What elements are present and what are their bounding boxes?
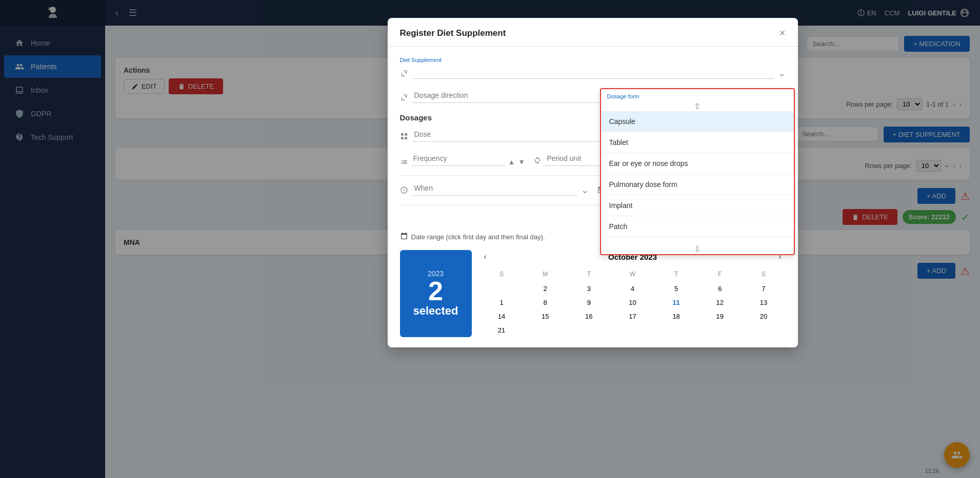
cal-header-s2: S	[742, 268, 785, 282]
dosage-direction-icon	[400, 93, 408, 103]
dropdown-scroll-up[interactable]: ⇧	[601, 101, 794, 111]
when-icon	[400, 186, 408, 196]
modal-close-button[interactable]: ×	[779, 27, 786, 39]
period-unit-icon	[533, 156, 542, 166]
modal-header: Register Diet Supplement ×	[388, 18, 798, 47]
date-section: 2023 2 selected ‹ October 2023 › S M T	[400, 250, 786, 337]
dropdown-item-tablet[interactable]: Tablet	[601, 132, 794, 153]
date-range-text: Date range (click first day and then fin…	[411, 233, 545, 241]
dropdown-item-capsule[interactable]: Capsule	[601, 111, 794, 132]
supplement-prefix-icon	[400, 69, 408, 79]
diet-supplement-field: Diet Supplement Vitamin C supplement ⌄	[400, 57, 786, 79]
svg-rect-5	[405, 137, 407, 139]
date-selected-box: 2023 2 selected	[400, 250, 472, 337]
cal-header-m: M	[524, 268, 567, 282]
cal-day-4[interactable]: 4	[611, 282, 654, 296]
cal-day-9[interactable]: 9	[567, 296, 611, 309]
cal-day-19[interactable]: 19	[698, 309, 742, 323]
cal-day-13[interactable]: 13	[742, 296, 785, 309]
frequency-input[interactable]	[411, 151, 505, 166]
cal-day-10[interactable]: 10	[611, 296, 654, 309]
calendar-prev-button[interactable]: ‹	[480, 250, 491, 263]
calendar-icon	[400, 232, 408, 242]
calendar-container: ‹ October 2023 › S M T W T F S	[480, 250, 786, 337]
cal-day-14[interactable]: 14	[480, 309, 524, 323]
frequency-icon	[400, 156, 408, 166]
modal-title: Register Diet Supplement	[400, 28, 506, 38]
cal-day-20[interactable]: 20	[742, 309, 785, 323]
cal-day-16[interactable]: 16	[567, 309, 611, 323]
cal-day-11[interactable]: 11	[654, 296, 698, 309]
cal-day-6[interactable]: 6	[698, 282, 742, 296]
dosage-form-list: Capsule Tablet Ear or eye or nose drops …	[601, 111, 794, 244]
cal-day-21[interactable]: 21	[480, 323, 524, 337]
cal-day-empty1	[480, 282, 524, 296]
when-input[interactable]	[412, 181, 577, 196]
dropdown-item-ear-eye-nose[interactable]: Ear or eye or nose drops	[601, 153, 794, 174]
diet-supplement-field-label: Diet Supplement	[400, 57, 786, 63]
cal-day-12[interactable]: 12	[698, 296, 742, 309]
cal-day-7[interactable]: 7	[742, 282, 785, 296]
cal-day-18[interactable]: 18	[654, 309, 698, 323]
cal-row-2: 1 8 9 10 11 12 13	[480, 296, 786, 309]
cal-row-4: 21	[480, 323, 786, 337]
cal-header-t2: T	[654, 268, 698, 282]
cal-day-2[interactable]: 2	[524, 282, 567, 296]
svg-rect-2	[401, 133, 404, 136]
frequency-spinner-down[interactable]: ▼	[518, 158, 525, 166]
dosage-form-label: Dosage form	[601, 89, 794, 101]
dropdown-item-implant[interactable]: Implant	[601, 195, 794, 216]
svg-rect-3	[405, 133, 407, 136]
date-selected-year: 2023	[428, 269, 444, 278]
dosage-form-dropdown: Dosage form ⇧ Capsule Tablet Ear or eye …	[600, 88, 795, 255]
svg-rect-4	[401, 137, 404, 139]
cal-header-w: W	[611, 268, 654, 282]
dropdown-item-pulmonary[interactable]: Pulmonary dose form	[601, 174, 794, 195]
dropdown-item-patch[interactable]: Patch	[601, 216, 794, 237]
diet-supplement-dropdown-arrow[interactable]: ⌄	[778, 68, 786, 79]
cal-header-t1: T	[567, 268, 611, 282]
diet-supplement-input[interactable]: Vitamin C supplement	[412, 64, 774, 79]
cal-day-3[interactable]: 3	[567, 282, 611, 296]
cal-row-1: 2 3 4 5 6 7	[480, 282, 786, 296]
cal-day-8[interactable]: 8	[524, 296, 567, 309]
when-dropdown-arrow[interactable]: ⌄	[581, 184, 589, 196]
date-selected-number: 2	[428, 278, 443, 304]
modal-body: Diet Supplement Vitamin C supplement ⌄ ⌄…	[388, 47, 798, 347]
cal-day-1-row1[interactable]: 1	[480, 296, 524, 309]
register-diet-supplement-modal: Register Diet Supplement × Diet Suppleme…	[388, 18, 798, 347]
cal-row-3: 14 15 16 17 18 19 20	[480, 309, 786, 323]
cal-header-f: F	[698, 268, 742, 282]
cal-day-15[interactable]: 15	[524, 309, 567, 323]
dosage-direction-field: ⌄ Dosage form ⇧ Capsule Tablet Ear or ey…	[400, 88, 786, 103]
cal-header-s1: S	[480, 268, 524, 282]
cal-day-5[interactable]: 5	[654, 282, 698, 296]
cal-day-17[interactable]: 17	[611, 309, 654, 323]
date-selected-label: selected	[413, 304, 458, 318]
frequency-spinner-up[interactable]: ▲	[508, 158, 515, 166]
dose-icon	[400, 132, 408, 142]
dropdown-scroll-down[interactable]: ⇩	[601, 244, 794, 254]
calendar-grid: S M T W T F S 2 3	[480, 268, 786, 337]
